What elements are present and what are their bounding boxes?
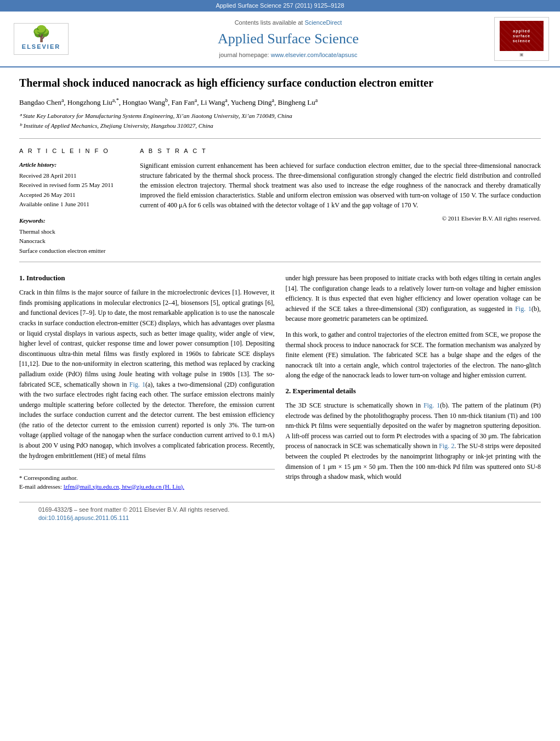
article-info-abstract: A R T I C L E I N F O Article history: R…	[19, 147, 541, 256]
footer-bar: 0169-4332/$ – see front matter © 2011 El…	[19, 502, 541, 526]
fig1b-link[interactable]: Fig. 1	[515, 305, 531, 313]
section2-title: 2. Experimental details	[286, 386, 541, 396]
keyword-2: Nanocrack	[19, 237, 129, 245]
top-bar: Applied Surface Science 257 (2011) 9125–…	[0, 0, 560, 12]
accepted-date: Accepted 26 May 2011	[19, 191, 129, 199]
email-label: E-mail addresses:	[19, 483, 62, 490]
keyword-3: Surface conduction electron emitter	[19, 247, 129, 255]
sciencedirect-link[interactable]: ScienceDirect	[304, 19, 342, 26]
homepage-url[interactable]: www.elsevier.com/locate/apsusc	[271, 52, 358, 58]
copyright-line: © 2011 Elsevier B.V. All rights reserved…	[140, 214, 541, 223]
abstract-text: Significant emission current enhancement…	[140, 161, 541, 210]
section1-title: 1. Introduction	[19, 273, 275, 283]
abstract-section: A B S T R A C T Significant emission cur…	[140, 147, 541, 256]
body-left-column: 1. Introduction Crack in thin films is t…	[19, 273, 275, 491]
elsevier-logo: 🌳 ELSEVIER	[11, 23, 71, 54]
fig1a-link[interactable]: Fig. 1	[129, 381, 145, 388]
divider-1	[19, 138, 541, 139]
footnote-section: * Corresponding author. E-mail addresses…	[19, 469, 275, 491]
journal-homepage: journal homepage: www.elsevier.com/locat…	[82, 51, 494, 59]
available-date: Available online 1 June 2011	[19, 200, 129, 208]
main-content: Thermal shock induced nanocrack as high …	[0, 67, 560, 534]
article-title: Thermal shock induced nanocrack as high …	[19, 76, 541, 90]
history-title: Article history:	[19, 161, 129, 169]
journal-citation: Applied Surface Science 257 (2011) 9125–…	[216, 2, 344, 9]
fig1b-link2[interactable]: Fig. 1	[423, 401, 440, 409]
article-history: Article history: Received 28 April 2011 …	[19, 161, 129, 208]
affiliations: ᵃ State Key Laboratory for Manufacturing…	[19, 112, 541, 130]
journal-logo-caption: ▣	[497, 52, 546, 58]
section1-right-p1: under high pressure has been proposed to…	[286, 273, 541, 324]
journal-header: 🌳 ELSEVIER Contents lists available at S…	[0, 12, 560, 67]
elsevier-tree-icon: 🌳	[17, 26, 65, 42]
journal-logo-image: applied surface science	[500, 21, 544, 51]
fig2-link[interactable]: Fig. 2	[439, 442, 454, 450]
email-line: E-mail addresses: lzfm@mail.xjtu.edu.cn,…	[19, 483, 275, 491]
authors-text: Bangdao Chena, Hongzhong Liua,*, Hongtao…	[19, 98, 318, 106]
body-content: 1. Introduction Crack in thin films is t…	[19, 273, 541, 491]
received-date: Received 28 April 2011	[19, 172, 129, 180]
section2-text: The 3D SCE structure is schematically sh…	[286, 400, 541, 482]
header-center: Contents lists available at ScienceDirec…	[82, 19, 494, 60]
elsevier-brand: ELSEVIER	[17, 43, 65, 51]
article-info-column: A R T I C L E I N F O Article history: R…	[19, 147, 129, 256]
sciencedirect-line: Contents lists available at ScienceDirec…	[82, 19, 494, 27]
journal-title: Applied Surface Science	[82, 29, 494, 49]
revised-date: Received in revised form 25 May 2011	[19, 181, 129, 189]
keywords-section: Keywords: Thermal shock Nanocrack Surfac…	[19, 217, 129, 255]
body-right-column: under high pressure has been proposed to…	[286, 273, 541, 491]
affiliation-a: ᵃ State Key Laboratory for Manufacturing…	[19, 112, 541, 120]
abstract-heading: A B S T R A C T	[140, 147, 541, 155]
article-info-heading: A R T I C L E I N F O	[19, 147, 129, 155]
authors-line: Bangdao Chena, Hongzhong Liua,*, Hongtao…	[19, 97, 541, 108]
keyword-1: Thermal shock	[19, 228, 129, 236]
doi-line: doi:10.1016/j.apsusc.2011.05.111	[38, 514, 229, 522]
footer-left: 0169-4332/$ – see front matter © 2011 El…	[38, 506, 229, 523]
affiliation-b: ᵇ Institute of Applied Mechanics, Zhejia…	[19, 122, 541, 130]
corresponding-author-note: * Corresponding author.	[19, 474, 275, 482]
keywords-title: Keywords:	[19, 217, 129, 225]
email-link[interactable]: lzfm@mail.xjtu.edu.cn, htw@zju.edu.cn (H…	[64, 483, 184, 490]
section1-paragraph-1: Crack in thin films is the major source …	[19, 287, 275, 461]
divider-2	[19, 262, 541, 262]
journal-logo-box: applied surface science ▣	[494, 17, 549, 60]
doi-link[interactable]: doi:10.1016/j.apsusc.2011.05.111	[38, 514, 129, 521]
issn-line: 0169-4332/$ – see front matter © 2011 El…	[38, 506, 229, 514]
section1-right-p2: In this work, to gather and control traj…	[286, 330, 541, 381]
